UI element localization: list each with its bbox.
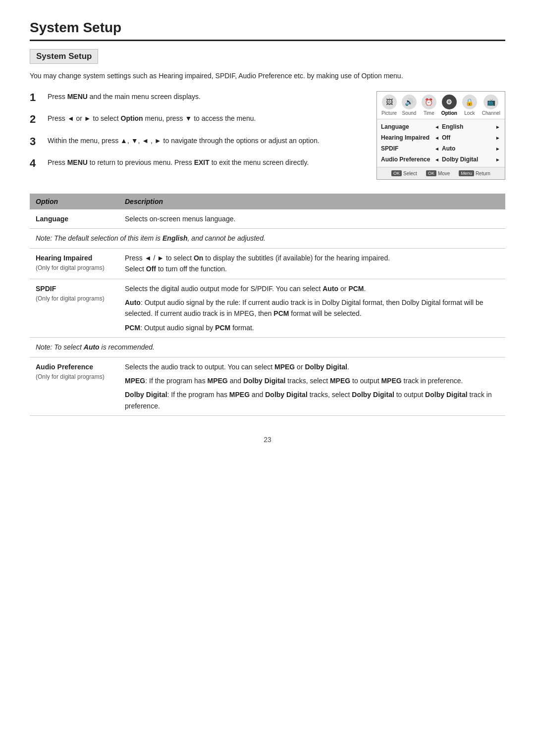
table-data-row: Hearing Impaired(Only for digital progra…	[30, 248, 505, 279]
menu-footer-item: MenuReturn	[459, 170, 490, 176]
menu-icon-channel: 📺 Channel	[482, 95, 500, 116]
step: 4 Press MENU to return to previous menu.…	[30, 157, 362, 170]
menu-row-label: Audio Preference	[381, 156, 432, 163]
footer-label: Move	[438, 171, 450, 176]
step-number: 2	[30, 113, 42, 126]
step-text: Press ◄ or ► to select Option menu, pres…	[48, 113, 256, 124]
menu-row-label: Language	[381, 123, 432, 130]
desc-paragraph: MPEG: If the program has MPEG and Dolby …	[125, 375, 499, 386]
menu-row-arrow-left: ◄	[434, 146, 440, 151]
icon-label: Time	[424, 110, 434, 116]
table-data-row: Audio Preference(Only for digital progra…	[30, 357, 505, 416]
desc-line: Selects on-screen menus language.	[125, 215, 235, 223]
menu-row-label: SPDIF	[381, 145, 432, 152]
step: 3 Within the menu, press ▲, ▼, ◄ , ► to …	[30, 135, 362, 148]
icon-label: Picture	[381, 110, 397, 116]
menu-row-value: Dolby Digital	[442, 156, 493, 163]
step-text: Press MENU to return to previous menu. P…	[48, 157, 309, 168]
icon-circle: 🔒	[462, 95, 477, 109]
note-cell: Note: The default selection of this item…	[30, 229, 505, 248]
page-number: 23	[30, 436, 505, 444]
menu-row-value: Off	[442, 134, 493, 141]
menu-rows: Language ◄ English ► Hearing Impaired ◄ …	[377, 119, 505, 167]
footer-btn: OK	[426, 170, 436, 176]
footer-btn: Menu	[459, 170, 474, 176]
menu-preview: 🖼 Picture 🔊 Sound ⏰ Time ⚙ Option 🔒 Lock…	[376, 91, 505, 180]
icon-label: Lock	[464, 110, 475, 116]
option-sub: (Only for digital programs)	[36, 294, 113, 303]
table-note-row: Note: The default selection of this item…	[30, 229, 505, 248]
icon-label: Channel	[482, 110, 500, 116]
menu-icon-lock: 🔒 Lock	[462, 95, 477, 116]
option-cell: Hearing Impaired(Only for digital progra…	[30, 248, 119, 279]
intro-text: You may change system settings such as H…	[30, 71, 505, 81]
menu-footer-item: OKSelect	[391, 170, 417, 176]
menu-row-arrow-left: ◄	[434, 135, 440, 141]
table-note-row: Note: To select Auto is recommended.	[30, 338, 505, 357]
icon-circle: 🖼	[382, 95, 397, 109]
menu-row: Audio Preference ◄ Dolby Digital ►	[377, 154, 505, 165]
menu-row-value: Auto	[442, 145, 493, 152]
option-cell: SPDIF(Only for digital programs)	[30, 279, 119, 338]
table-data-row: SPDIF(Only for digital programs)Selects …	[30, 279, 505, 338]
icon-circle: 🔊	[402, 95, 417, 109]
menu-row-arrow-right: ►	[495, 157, 501, 162]
menu-icon-time: ⏰ Time	[422, 95, 436, 116]
menu-row: SPDIF ◄ Auto ►	[377, 143, 505, 154]
option-sub: (Only for digital programs)	[36, 263, 113, 273]
step-number: 3	[30, 135, 42, 148]
desc-paragraph: Auto: Output audio signal by the rule: I…	[125, 297, 499, 319]
description-cell: Selects on-screen menus language.	[119, 209, 505, 229]
menu-row-label: Hearing Impaired	[381, 134, 432, 141]
note-cell: Note: To select Auto is recommended.	[30, 338, 505, 357]
menu-icon-sound: 🔊 Sound	[402, 95, 417, 116]
menu-footer-item: OKMove	[426, 170, 450, 176]
desc-paragraph: PCM: Output audio signal by PCM format.	[125, 322, 499, 333]
menu-row-arrow-right: ►	[495, 124, 501, 130]
option-cell: Language	[30, 209, 119, 229]
menu-row: Hearing Impaired ◄ Off ►	[377, 132, 505, 143]
step-number: 1	[30, 91, 42, 104]
menu-row-arrow-right: ►	[495, 135, 501, 141]
step: 1 Press MENU and the main menu screen di…	[30, 91, 362, 104]
step-text: Within the menu, press ▲, ▼, ◄ , ► to na…	[48, 135, 320, 146]
step-text: Press MENU and the main menu screen disp…	[48, 91, 201, 102]
step-number: 4	[30, 157, 42, 170]
icon-circle: ⏰	[422, 95, 436, 109]
icon-circle: 📺	[483, 95, 498, 109]
table-header-desc: Description	[119, 194, 505, 209]
desc-line: Press ◄ / ► to select On to display the …	[125, 254, 390, 262]
desc-line: Selects the audio track to output. You c…	[125, 363, 349, 371]
description-cell: Selects the digital audio output mode fo…	[119, 279, 505, 338]
menu-footer: OKSelectOKMoveMenuReturn	[377, 167, 505, 179]
steps-area: 1 Press MENU and the main menu screen di…	[30, 91, 362, 180]
menu-row-arrow-left: ◄	[434, 124, 440, 130]
section-title: System Setup	[36, 51, 92, 61]
footer-btn: OK	[391, 170, 402, 176]
menu-icons-row: 🖼 Picture 🔊 Sound ⏰ Time ⚙ Option 🔒 Lock…	[377, 92, 505, 119]
options-table: Option Description LanguageSelects on-sc…	[30, 194, 505, 416]
table-data-row: LanguageSelects on-screen menus language…	[30, 209, 505, 229]
option-cell: Audio Preference(Only for digital progra…	[30, 357, 119, 416]
menu-row-arrow-right: ►	[495, 146, 501, 151]
content-area: 1 Press MENU and the main menu screen di…	[30, 91, 505, 180]
option-sub: (Only for digital programs)	[36, 372, 113, 382]
desc-line: Selects the digital audio output mode fo…	[125, 285, 366, 293]
footer-label: Return	[476, 171, 490, 176]
description-cell: Selects the audio track to output. You c…	[119, 357, 505, 416]
description-cell: Press ◄ / ► to select On to display the …	[119, 248, 505, 279]
icon-circle: ⚙	[442, 95, 457, 109]
footer-label: Select	[403, 171, 417, 176]
desc-paragraph: Dolby Digital: If the program has MPEG a…	[125, 389, 499, 411]
menu-icon-option: ⚙ Option	[441, 95, 457, 116]
table-header-option: Option	[30, 194, 119, 209]
desc-line: Select Off to turn off the function.	[125, 265, 227, 273]
icon-label: Sound	[402, 110, 416, 116]
menu-row-value: English	[442, 123, 493, 130]
menu-icon-picture: 🖼 Picture	[381, 95, 397, 116]
page-title: System Setup	[30, 20, 505, 41]
menu-row: Language ◄ English ►	[377, 121, 505, 132]
menu-row-arrow-left: ◄	[434, 157, 440, 162]
step: 2 Press ◄ or ► to select Option menu, pr…	[30, 113, 362, 126]
section-title-box: System Setup	[30, 49, 98, 64]
